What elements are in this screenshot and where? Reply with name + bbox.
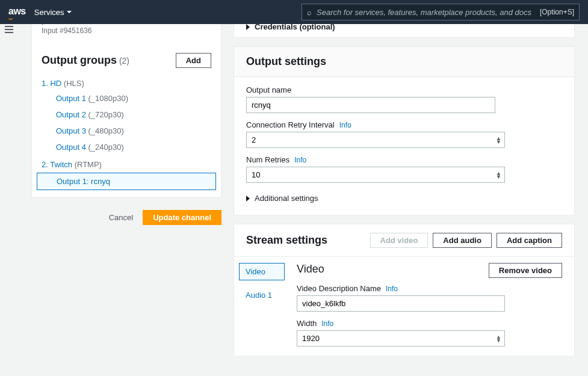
services-menu[interactable]: Services — [34, 8, 72, 17]
video-desc-name-label: Video Description Name — [297, 284, 381, 293]
tab-audio-1[interactable]: Audio 1 — [239, 286, 285, 304]
output-settings-header: Output settings — [234, 47, 574, 77]
top-nav: aws ⌣ Services ⌕ [Option+S] — [0, 0, 588, 24]
retry-interval-input[interactable] — [246, 132, 505, 148]
output-group-hd[interactable]: 1. HD (HLS) — [32, 74, 221, 90]
video-heading: Video — [297, 263, 324, 276]
stream-tabs: Video Audio 1 — [234, 257, 289, 356]
stream-settings-title: Stream settings — [246, 234, 327, 247]
side-panel-toggle[interactable] — [4, 28, 14, 31]
remove-video-button[interactable]: Remove video — [489, 263, 562, 278]
output-item[interactable]: Output 4 (_240p30) — [32, 139, 221, 155]
output-item[interactable]: Output 3 (_480p30) — [32, 123, 221, 139]
width-label: Width — [297, 319, 317, 328]
output-name-input[interactable] — [246, 97, 495, 113]
input-attachment-link[interactable]: pre-recorded-content — [32, 24, 221, 26]
info-link[interactable]: Info — [386, 285, 398, 293]
info-link[interactable]: Info — [339, 121, 351, 129]
info-link[interactable]: Info — [294, 156, 306, 164]
number-stepper[interactable]: ▲▼ — [496, 171, 501, 179]
search-kbd-hint: [Option+S] — [540, 8, 574, 16]
aws-logo[interactable]: aws ⌣ — [8, 6, 26, 18]
search-input[interactable] — [317, 8, 535, 17]
add-audio-button[interactable]: Add audio — [433, 233, 492, 248]
chevron-right-icon — [246, 196, 250, 202]
additional-settings-toggle[interactable]: Additional settings — [246, 190, 562, 206]
output-item[interactable]: Output 1 (_1080p30) — [32, 90, 221, 106]
hamburger-icon — [5, 29, 13, 30]
info-link[interactable]: Info — [324, 354, 336, 356]
add-video-button: Add video — [370, 233, 429, 248]
input-id: Input #9451636 — [32, 26, 221, 45]
form-actions: Cancel Update channel — [31, 198, 221, 225]
height-label: Height — [297, 354, 320, 356]
add-caption-button[interactable]: Add caption — [497, 233, 562, 248]
stream-settings-panel: Stream settings Add video Add audio Add … — [234, 224, 575, 356]
search-wrap: ⌕ [Option+S] — [302, 4, 580, 20]
tab-video[interactable]: Video — [239, 263, 285, 280]
number-stepper[interactable]: ▲▼ — [496, 137, 501, 144]
credentials-toggle[interactable]: Credentials (optional) — [234, 24, 574, 37]
output-settings-panel: Output settings Output name Connection R… — [234, 46, 575, 215]
num-retries-label: Num Retries — [246, 155, 289, 164]
output-item-selected[interactable]: Output 1: rcnyq — [37, 173, 216, 190]
info-link[interactable]: Info — [321, 319, 333, 328]
num-retries-input[interactable] — [246, 167, 505, 183]
update-channel-button[interactable]: Update channel — [143, 210, 221, 225]
retry-interval-label: Connection Retry Interval — [246, 120, 335, 129]
output-item[interactable]: Output 2 (_720p30) — [32, 106, 221, 123]
caret-down-icon — [67, 11, 72, 13]
output-group-twitch[interactable]: 2. Twitch (RTMP) — [32, 155, 221, 171]
cancel-button[interactable]: Cancel — [109, 213, 133, 222]
output-groups-title: Output groups (2) — [42, 54, 129, 67]
output-name-label: Output name — [246, 85, 562, 94]
left-panel: pre-recorded-content Input #9451636 Outp… — [31, 24, 221, 198]
credentials-panel: Credentials (optional) — [234, 24, 575, 38]
chevron-right-icon — [246, 24, 250, 30]
add-output-group-button[interactable]: Add — [176, 53, 211, 68]
search-icon: ⌕ — [307, 8, 312, 17]
number-stepper[interactable]: ▲▼ — [496, 335, 501, 342]
width-input[interactable] — [297, 330, 505, 347]
video-desc-name-input[interactable] — [297, 295, 505, 312]
